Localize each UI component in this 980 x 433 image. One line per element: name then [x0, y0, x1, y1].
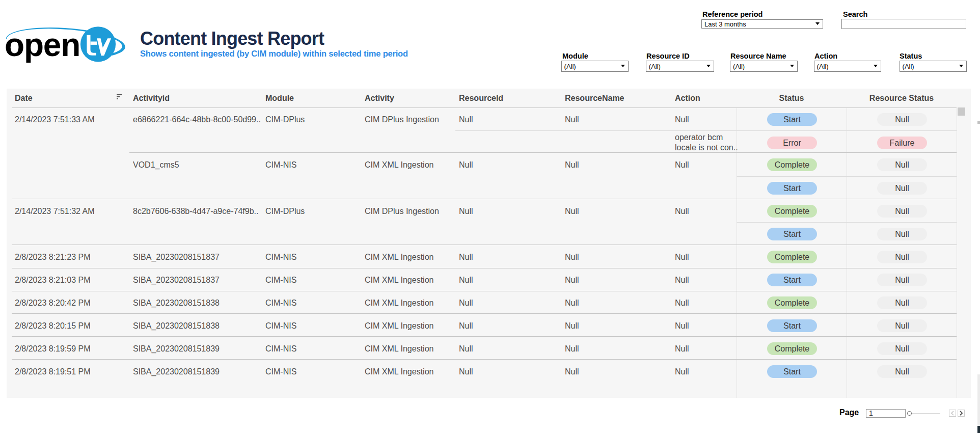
svg-text:open: open: [5, 26, 80, 63]
